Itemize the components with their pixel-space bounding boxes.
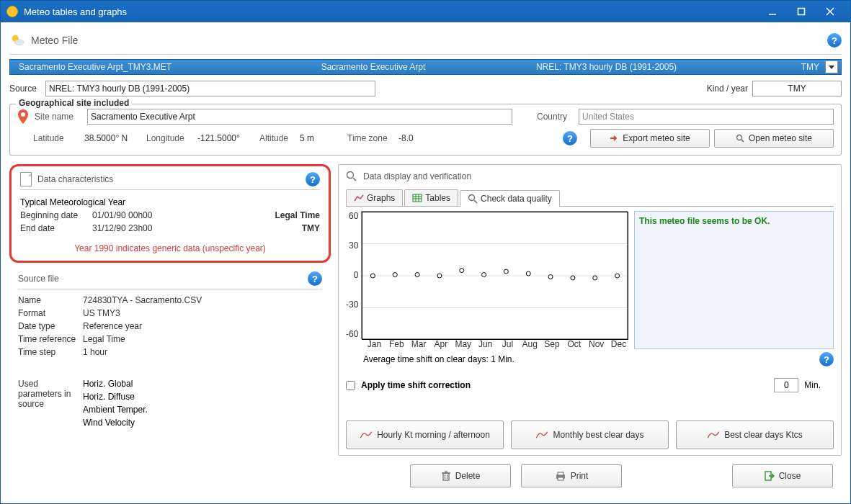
svg-rect-42 (558, 472, 563, 475)
svg-point-29 (504, 269, 509, 274)
tmy-right-label: TMY (302, 223, 320, 233)
file-db: NREL: TMY3 hourly DB (1991-2005) (460, 62, 753, 72)
trash-icon (441, 470, 451, 482)
longitude-value: -121.5000° (197, 133, 255, 143)
export-icon (610, 134, 618, 143)
curve-icon (535, 431, 548, 439)
timezone-value: -8.0 (398, 133, 427, 143)
display-title: Data display and verification (363, 171, 471, 181)
help-icon[interactable]: ? (563, 131, 577, 145)
source-label: Source (9, 84, 41, 94)
source-row: Source NREL: TMY3 hourly DB (1991-2005) … (9, 81, 842, 96)
app-window: Meteo tables and graphs Meteo File ? Sac… (0, 0, 851, 504)
svg-point-6 (21, 112, 25, 117)
export-meteo-site-button[interactable]: Export meteo site (590, 129, 710, 148)
geo-legend: Geographical site included (16, 98, 132, 108)
ok-message: This meteo file seems to be OK. (634, 211, 834, 349)
curve-icon (360, 431, 373, 439)
longitude-label: Longitude (146, 133, 193, 143)
sf-timestep-value: 1 hour (83, 347, 107, 357)
sf-datetype-value: Reference year (83, 321, 142, 331)
curve-icon (707, 431, 720, 439)
latitude-value: 38.5000° N (84, 133, 142, 143)
end-date-value: 31/12/90 23h00 (92, 223, 152, 233)
shift-unit-label: Min. (804, 380, 821, 390)
exit-icon (765, 471, 775, 481)
page-title: Meteo File (31, 35, 827, 46)
document-icon (20, 172, 32, 186)
help-icon[interactable]: ? (819, 352, 834, 366)
help-icon[interactable]: ? (308, 271, 322, 286)
data-char-title: Data characteristics (37, 174, 113, 184)
param-horiz-diffuse: Horiz. Diffuse (83, 392, 148, 402)
sf-timestep-label: Time step (18, 347, 83, 357)
svg-line-10 (353, 178, 356, 181)
app-icon (6, 6, 18, 17)
svg-point-7 (736, 135, 741, 140)
altitude-value: 5 m (300, 133, 343, 143)
svg-rect-1 (798, 9, 805, 15)
print-button[interactable]: Print (521, 464, 622, 487)
source-field: NREL: TMY3 hourly DB (1991-2005) (45, 81, 375, 96)
tmy-label: Typical Meteorological Year (20, 197, 320, 207)
magnifier-icon (346, 171, 357, 182)
begin-date-value: 01/01/90 00h00 (92, 210, 152, 220)
geographical-site-fieldset: Geographical site included Site name Sac… (9, 104, 842, 156)
table-icon (412, 194, 422, 202)
used-params-label: Used (18, 379, 83, 389)
sf-format-label: Format (18, 308, 83, 318)
chart-xaxis: JanFebMarAprMayJunJulAugSepOctNovDec (363, 339, 630, 349)
source-file-panel: Source file ? Name724830TYA - Sacramento… (9, 269, 331, 431)
monthly-clear-days-button[interactable]: Monthly best clear days (511, 420, 669, 449)
minimize-button[interactable] (758, 4, 787, 19)
apply-shift-checkbox[interactable] (346, 381, 355, 390)
sf-timeref-value: Legal Time (83, 334, 125, 344)
svg-point-33 (593, 276, 597, 280)
svg-point-28 (482, 273, 486, 277)
sf-format-value: US TMY3 (83, 308, 120, 318)
file-name: Sacramento Executive Arpt_TMY3.MET (13, 62, 287, 72)
close-window-button[interactable] (816, 4, 845, 19)
titlebar: Meteo tables and graphs (1, 1, 850, 22)
svg-point-23 (371, 274, 375, 278)
altitude-label: Altitude (259, 133, 295, 143)
site-name-field: Sacramento Executive Arpt (87, 109, 512, 125)
best-clear-days-ktcs-button[interactable]: Best clear days Ktcs (676, 420, 834, 449)
country-field: United States (579, 109, 834, 125)
content-area: Meteo File ? Sacramento Executive Arpt_T… (1, 22, 850, 503)
site-name-label: Site name (35, 112, 81, 122)
tab-check-quality[interactable]: Check data quality (460, 190, 560, 207)
open-meteo-site-button[interactable]: Open meteo site (714, 129, 834, 148)
source-file-title: Source file (18, 274, 59, 284)
magnifier-icon (736, 134, 744, 143)
sf-name-label: Name (18, 295, 83, 305)
bottom-bar: Delete Print Close (9, 457, 842, 496)
svg-point-9 (347, 172, 354, 179)
shift-value-input[interactable] (774, 378, 798, 392)
close-button[interactable]: Close (732, 464, 833, 487)
delete-button[interactable]: Delete (410, 464, 511, 487)
svg-line-17 (474, 200, 477, 203)
file-kind: TMY (753, 62, 825, 72)
help-icon[interactable]: ? (827, 33, 842, 48)
file-selector-bar[interactable]: Sacramento Executive Arpt_TMY3.MET Sacra… (9, 59, 842, 75)
tab-graphs[interactable]: Graphs (346, 189, 403, 206)
svg-point-26 (437, 274, 442, 278)
tab-tables[interactable]: Tables (404, 189, 458, 206)
hourly-kt-button[interactable]: Hourly Kt morning / afternoon (346, 420, 504, 449)
sun-cloud-icon (9, 32, 25, 48)
svg-point-16 (469, 195, 475, 201)
generic-year-note: Year 1990 indicates generic data (unspec… (20, 243, 320, 253)
chevron-down-icon[interactable] (825, 60, 838, 73)
timezone-label: Time zone (347, 133, 394, 143)
help-icon[interactable]: ? (306, 172, 320, 186)
svg-point-34 (615, 274, 620, 278)
param-horiz-global: Horiz. Global (83, 379, 148, 389)
sf-name-value: 724830TYA - Sacramento.CSV (83, 295, 202, 305)
avg-shift-label: Average time shift on clear days: 1 Min. (363, 354, 514, 364)
kind-year-label: Kind / year (707, 84, 748, 94)
svg-point-32 (571, 276, 575, 280)
svg-point-25 (415, 273, 419, 277)
maximize-button[interactable] (787, 4, 816, 19)
sf-datetype-label: Date type (18, 321, 83, 331)
